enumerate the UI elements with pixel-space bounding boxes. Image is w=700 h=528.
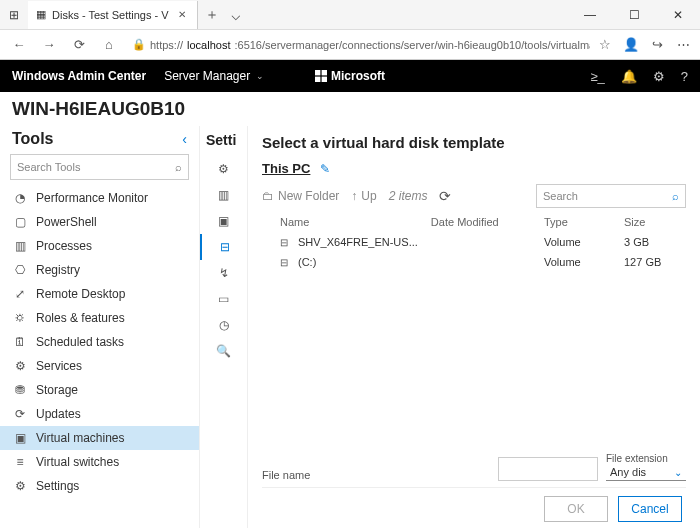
settings-item-2[interactable]: ▣ bbox=[200, 208, 247, 234]
filename-input[interactable] bbox=[498, 457, 598, 481]
edit-path-icon[interactable]: ✎ bbox=[320, 162, 330, 176]
tool-icon: ⛭ bbox=[12, 311, 28, 325]
browser-tab[interactable]: ▦ Disks - Test Settings - V ✕ bbox=[28, 1, 198, 29]
tool-icon: ▥ bbox=[12, 239, 28, 253]
settings-item-4[interactable]: ↯ bbox=[200, 260, 247, 286]
tools-sidebar: Tools ‹ Search Tools ⌕ ◔Performance Moni… bbox=[0, 126, 200, 528]
tools-search-input[interactable]: Search Tools ⌕ bbox=[10, 154, 189, 180]
url-input[interactable]: 🔒 https://localhost:6516/servermanager/c… bbox=[126, 38, 590, 51]
tool-label: Scheduled tasks bbox=[36, 335, 124, 349]
settings-item-6[interactable]: ◷ bbox=[200, 312, 247, 338]
sidebar-item-performance-monitor[interactable]: ◔Performance Monitor bbox=[0, 186, 199, 210]
col-type[interactable]: Type bbox=[544, 216, 624, 228]
people-icon[interactable]: 👤 bbox=[620, 37, 642, 52]
home-button[interactable]: ⌂ bbox=[96, 37, 122, 52]
forward-button[interactable]: → bbox=[36, 37, 62, 52]
cancel-button[interactable]: Cancel bbox=[618, 496, 682, 522]
tool-label: Services bbox=[36, 359, 82, 373]
tool-label: Processes bbox=[36, 239, 92, 253]
maximize-button[interactable]: ☐ bbox=[612, 8, 656, 22]
col-modified[interactable]: Date Modified bbox=[431, 216, 544, 228]
notifications-icon[interactable]: 🔔 bbox=[621, 69, 637, 84]
settings-icon[interactable]: ⚙ bbox=[653, 69, 665, 84]
sidebar-item-roles-features[interactable]: ⛭Roles & features bbox=[0, 306, 199, 330]
settings-item-0[interactable]: ⚙ bbox=[200, 156, 247, 182]
search-icon: ⌕ bbox=[672, 190, 679, 202]
help-icon[interactable]: ? bbox=[681, 69, 688, 84]
refresh-list-icon[interactable]: ⟳ bbox=[439, 188, 451, 204]
sidebar-item-powershell[interactable]: ▢PowerShell bbox=[0, 210, 199, 234]
sidebar-item-updates[interactable]: ⟳Updates bbox=[0, 402, 199, 426]
minimize-button[interactable]: — bbox=[568, 8, 612, 22]
tool-label: Remote Desktop bbox=[36, 287, 125, 301]
file-type: Volume bbox=[544, 256, 624, 268]
titlebar: ⊞ ▦ Disks - Test Settings - V ✕ ＋ ⌵ — ☐ … bbox=[0, 0, 700, 30]
sidebar-item-scheduled-tasks[interactable]: 🗓Scheduled tasks bbox=[0, 330, 199, 354]
favorites-icon[interactable]: ☆ bbox=[594, 37, 616, 52]
settings-item-3[interactable]: ⊟ bbox=[200, 234, 247, 260]
breadcrumb-path[interactable]: This PC bbox=[262, 161, 310, 176]
file-name: (C:) bbox=[298, 256, 316, 268]
tools-heading: Tools bbox=[12, 130, 53, 148]
tool-icon: ≡ bbox=[12, 455, 28, 469]
chevron-down-icon: ⌄ bbox=[674, 467, 682, 478]
extension-select[interactable]: Any dis ⌄ bbox=[606, 464, 686, 481]
sidebar-item-virtual-machines[interactable]: ▣Virtual machines bbox=[0, 426, 199, 450]
microsoft-logo: Microsoft bbox=[315, 69, 385, 83]
tool-icon: ⟳ bbox=[12, 407, 28, 421]
tool-label: Settings bbox=[36, 479, 79, 493]
tab-favicon: ▦ bbox=[36, 8, 46, 21]
sidebar-item-settings[interactable]: ⚙Settings bbox=[0, 474, 199, 498]
tool-icon: ⚙ bbox=[12, 479, 28, 493]
ok-button[interactable]: OK bbox=[544, 496, 608, 522]
tool-label: Virtual machines bbox=[36, 431, 125, 445]
share-icon[interactable]: ↪ bbox=[646, 37, 668, 52]
tool-icon: ⤢ bbox=[12, 287, 28, 301]
settings-column: Setti ⚙▥▣⊟↯▭◷🔍 bbox=[200, 126, 248, 528]
items-count: 2 items bbox=[389, 189, 428, 203]
tool-icon: ◔ bbox=[12, 191, 28, 205]
tool-label: Roles & features bbox=[36, 311, 125, 325]
sidebar-item-virtual-switches[interactable]: ≡Virtual switches bbox=[0, 450, 199, 474]
tools-search-placeholder: Search Tools bbox=[17, 161, 80, 173]
volume-icon: ⊟ bbox=[280, 257, 294, 268]
settings-item-1[interactable]: ▥ bbox=[200, 182, 247, 208]
file-list-header: Name Date Modified Type Size bbox=[262, 212, 686, 232]
app-icon: ⊞ bbox=[0, 8, 28, 22]
sidebar-item-storage[interactable]: ⛃Storage bbox=[0, 378, 199, 402]
settings-item-7[interactable]: 🔍 bbox=[200, 338, 247, 364]
app-brand[interactable]: Windows Admin Center bbox=[12, 69, 146, 83]
app-header: Windows Admin Center Server Manager ⌄ Mi… bbox=[0, 60, 700, 92]
back-button[interactable]: ← bbox=[6, 37, 32, 52]
col-name[interactable]: Name bbox=[280, 216, 431, 228]
tab-overflow-icon[interactable]: ⌵ bbox=[226, 5, 246, 24]
new-folder-button[interactable]: 🗀 New Folder bbox=[262, 189, 339, 203]
address-bar: ← → ⟳ ⌂ 🔒 https://localhost:6516/serverm… bbox=[0, 30, 700, 60]
refresh-button[interactable]: ⟳ bbox=[66, 37, 92, 52]
up-button[interactable]: ↑ Up bbox=[351, 189, 376, 203]
close-icon[interactable]: ✕ bbox=[175, 8, 189, 22]
console-icon[interactable]: ≥_ bbox=[590, 69, 604, 84]
svg-rect-3 bbox=[322, 77, 327, 82]
server-manager-label: Server Manager bbox=[164, 69, 250, 83]
sidebar-item-services[interactable]: ⚙Services bbox=[0, 354, 199, 378]
col-size[interactable]: Size bbox=[624, 216, 684, 228]
more-icon[interactable]: ⋯ bbox=[672, 37, 694, 52]
server-manager-menu[interactable]: Server Manager ⌄ bbox=[164, 69, 264, 83]
sidebar-item-processes[interactable]: ▥Processes bbox=[0, 234, 199, 258]
tool-icon: 🗓 bbox=[12, 335, 28, 349]
settings-item-5[interactable]: ▭ bbox=[200, 286, 247, 312]
file-row[interactable]: ⊟SHV_X64FRE_EN-US...Volume3 GB bbox=[262, 232, 686, 252]
new-tab-button[interactable]: ＋ bbox=[198, 6, 226, 24]
tool-label: Registry bbox=[36, 263, 80, 277]
search-icon: ⌕ bbox=[175, 161, 182, 173]
tool-icon: ⚙ bbox=[12, 359, 28, 373]
close-button[interactable]: ✕ bbox=[656, 8, 700, 22]
sidebar-item-registry[interactable]: ⎔Registry bbox=[0, 258, 199, 282]
file-size: 127 GB bbox=[624, 256, 684, 268]
file-search-input[interactable]: Search ⌕ bbox=[536, 184, 686, 208]
file-row[interactable]: ⊟(C:)Volume127 GB bbox=[262, 252, 686, 272]
tool-icon: ▢ bbox=[12, 215, 28, 229]
sidebar-item-remote-desktop[interactable]: ⤢Remote Desktop bbox=[0, 282, 199, 306]
collapse-tools-icon[interactable]: ‹ bbox=[182, 131, 187, 147]
